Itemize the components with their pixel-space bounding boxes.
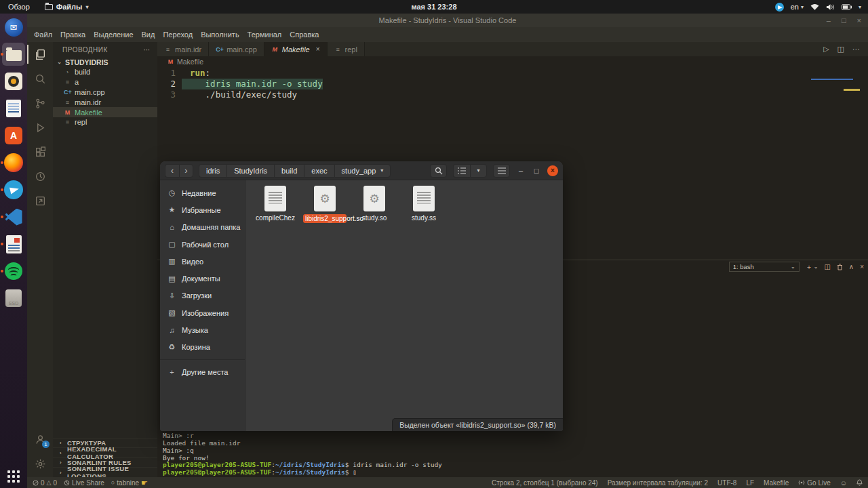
activity-history-icon[interactable] <box>27 164 53 188</box>
dock-ssd-drive[interactable]: SSD <box>0 285 27 312</box>
more-actions-button[interactable]: ⋯ <box>852 45 860 54</box>
activity-search-icon[interactable] <box>27 66 53 91</box>
explorer-item-build[interactable]: ›build <box>53 67 157 77</box>
activity-explorer-icon[interactable] <box>27 42 53 66</box>
tab-main.idr[interactable]: ≡main.idr <box>157 42 209 56</box>
tabnine-button[interactable]: ○ tabnine ☛ <box>111 479 148 487</box>
feedback-icon[interactable]: ☺ <box>840 479 847 487</box>
run-file-button[interactable]: ▷ <box>823 45 829 54</box>
menu-Переход[interactable]: Переход <box>159 30 197 39</box>
dock-telegram[interactable] <box>0 176 27 203</box>
place-videos[interactable]: ▥Видео <box>160 253 245 270</box>
status-makefile[interactable]: Makefile <box>764 479 789 487</box>
place-starred[interactable]: ★Избранные <box>160 201 245 218</box>
battery-icon[interactable] <box>842 4 852 10</box>
place-desktop[interactable]: ▢Рабочий стол <box>160 236 245 253</box>
dock-vscode[interactable] <box>0 203 27 230</box>
explorer-item-a[interactable]: ≡a <box>53 77 157 87</box>
clock[interactable]: мая 31 23:28 <box>0 3 868 11</box>
explorer-item-main.idr[interactable]: ≡main.idr <box>53 97 157 107</box>
activities-button[interactable]: Обзор <box>0 0 38 14</box>
file-compileChez[interactable]: compileChez <box>252 186 298 223</box>
close-button[interactable]: × <box>857 16 861 24</box>
files-content[interactable]: compileChez⚙libidris2_support.so⚙study.s… <box>245 180 563 431</box>
explorer-more-actions[interactable]: ⋯ <box>144 46 151 54</box>
keyboard-layout-indicator[interactable]: en ▾ <box>791 3 804 11</box>
minimize-button[interactable]: – <box>516 167 526 175</box>
breadcrumb[interactable]: M Makefile <box>157 56 868 66</box>
place-home[interactable]: ⌂Домашняя папка <box>160 219 245 236</box>
telegram-status-icon[interactable] <box>775 3 784 12</box>
volume-icon[interactable] <box>826 3 835 11</box>
show-applications-button[interactable] <box>0 465 27 488</box>
terminal-output[interactable]: Main> :rLoaded file main.idrMain> :qBye … <box>163 432 442 476</box>
dock-thunderbird[interactable]: ✉ <box>0 14 27 41</box>
explorer-item-Makefile[interactable]: MMakefile <box>53 107 157 117</box>
hamburger-menu-button[interactable] <box>493 164 510 178</box>
forward-button[interactable]: › <box>179 164 193 178</box>
tab-main.cpp[interactable]: C+main.cpp <box>209 42 264 56</box>
file-study.so[interactable]: ⚙study.so <box>351 186 397 223</box>
dock-ubuntu-software[interactable]: A <box>0 122 27 149</box>
dock-libreoffice-writer[interactable] <box>0 95 27 122</box>
activity-run-debug-icon[interactable] <box>27 115 53 140</box>
maximize-button[interactable]: □ <box>842 16 846 24</box>
system-menu-chevron-icon[interactable]: ▾ <box>859 4 861 10</box>
minimize-button[interactable]: – <box>827 16 831 24</box>
maximize-button[interactable]: □ <box>532 167 541 175</box>
close-button[interactable]: × <box>547 165 558 176</box>
activity-settings-icon[interactable] <box>27 451 53 476</box>
path-segment-StudyIdris[interactable]: StudyIdris <box>226 164 274 178</box>
kill-terminal-button[interactable] <box>837 264 843 270</box>
dock-document-viewer[interactable] <box>0 230 27 258</box>
status-размер-интервала-табуляции-2[interactable]: Размер интервала табуляции: 2 <box>608 479 708 487</box>
place-recent[interactable]: ◷Недавние <box>160 184 245 201</box>
path-segment-current[interactable]: study_app▾ <box>334 164 391 178</box>
place-other-places[interactable]: +Другие места <box>160 363 245 380</box>
view-mode-button[interactable] <box>453 164 470 178</box>
status-utf-8[interactable]: UTF-8 <box>717 479 736 487</box>
status-строка-2-столбец-1-выбрано-24-[interactable]: Строка 2, столбец 1 (выбрано 24) <box>492 479 598 487</box>
menu-Вид[interactable]: Вид <box>138 30 159 39</box>
dock-firefox[interactable] <box>0 149 27 176</box>
place-music[interactable]: ♫Музыка <box>160 321 245 338</box>
back-button[interactable]: ‹ <box>165 164 179 178</box>
vscode-titlebar[interactable]: Makefile - StudyIdris - Visual Studio Co… <box>27 14 868 27</box>
explorer-item-repl[interactable]: ≡repl <box>53 117 157 127</box>
split-editor-button[interactable]: ◫ <box>837 45 844 54</box>
dock-spotify[interactable] <box>0 258 27 285</box>
status-lf[interactable]: LF <box>746 479 754 487</box>
dock-files[interactable] <box>0 41 27 68</box>
menu-Терминал[interactable]: Терминал <box>243 30 286 39</box>
appmenu-files[interactable]: Файлы ▾ <box>38 3 96 11</box>
activity-source-control-icon[interactable] <box>27 91 53 115</box>
tab-Makefile[interactable]: MMakefile× <box>264 42 328 56</box>
activity-tool-window-icon[interactable] <box>27 188 53 213</box>
explorer-root-folder[interactable]: ⌄ STUDYIDRIS <box>53 57 157 67</box>
problems-indicator[interactable]: 0 △ 0 <box>33 479 57 487</box>
path-segment-idris[interactable]: idris <box>199 164 226 178</box>
menu-Выполнить[interactable]: Выполнить <box>197 30 243 39</box>
place-downloads[interactable]: ⇩Загрузки <box>160 287 245 304</box>
place-documents[interactable]: ▤Документы <box>160 270 245 287</box>
dock-rhythmbox[interactable] <box>0 68 27 95</box>
place-trash[interactable]: ♻Корзина <box>160 339 245 356</box>
close-tab-icon[interactable]: × <box>316 45 320 53</box>
activity-account-icon[interactable]: 1 <box>27 427 53 451</box>
live-share-button[interactable]: Live Share <box>64 479 104 487</box>
terminal-select[interactable]: 1: bash ⌄ <box>729 262 800 272</box>
file-libidris2_support.so[interactable]: ⚙libidris2_support.so <box>302 186 348 223</box>
maximize-panel-button[interactable]: ∧ <box>849 263 854 270</box>
files-headerbar[interactable]: ‹ › idrisStudyIdrisbuildexecstudy_app▾ ▾… <box>160 161 563 180</box>
menu-Файл[interactable]: Файл <box>30 30 56 39</box>
section-hexadecimal-calculator[interactable]: ›HEXADECIMAL CALCULATOR <box>53 447 157 458</box>
wifi-icon[interactable] <box>810 3 819 11</box>
section-sonarlint-issue-locations[interactable]: ›SONARLINT ISSUE LOCATIONS <box>53 467 157 477</box>
view-options-dropdown[interactable]: ▾ <box>470 164 487 178</box>
close-panel-button[interactable]: × <box>860 263 864 270</box>
tab-repl[interactable]: ≡repl <box>328 42 365 56</box>
new-terminal-button[interactable]: ＋⌄ <box>806 262 818 272</box>
status-go-live[interactable]: Go Live <box>798 479 830 487</box>
file-study.ss[interactable]: study.ss <box>401 186 447 223</box>
menu-Правка[interactable]: Правка <box>56 30 90 39</box>
